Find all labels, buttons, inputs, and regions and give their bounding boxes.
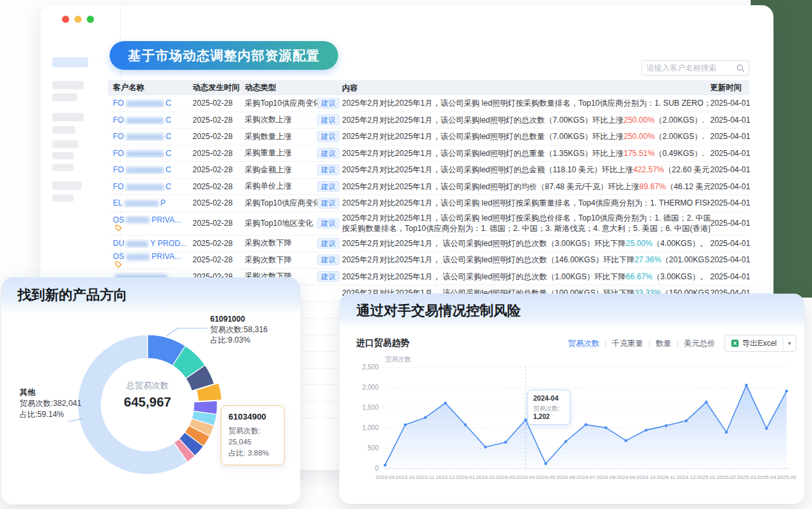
svg-text:2025-03: 2025-03 <box>737 474 757 480</box>
event-date: 2025-02-28 <box>193 99 245 108</box>
callout-line-top <box>166 328 208 336</box>
data-point[interactable] <box>604 426 607 429</box>
data-point[interactable] <box>725 431 728 433</box>
svg-text:2023-09: 2023-09 <box>375 474 395 480</box>
suggestion-badge[interactable]: 建议 <box>317 198 339 209</box>
risk-panel: 通过对手交易情况控制风险 进口贸易趋势 贸易次数|千克重量|数量|美元总价 导出… <box>339 294 804 504</box>
table-row: FOC2025-02-28采购Top10供应商变化建议2025年2月对比2025… <box>108 95 749 112</box>
event-date: 2025-02-28 <box>193 198 245 208</box>
event-date: 2025-02-28 <box>193 165 245 174</box>
customer-name-link[interactable]: FOC <box>108 182 193 191</box>
blurred-name <box>126 184 164 191</box>
customer-name-link[interactable]: FOC <box>108 116 193 125</box>
event-type: 采购Top10地区变化建议 <box>245 218 341 229</box>
suggestion-badge[interactable]: 建议 <box>317 98 339 109</box>
customer-name-link[interactable]: FOC <box>108 99 193 108</box>
data-point[interactable] <box>384 464 386 467</box>
suggestion-badge[interactable]: 建议 <box>317 164 339 176</box>
sidebar-skeleton-bar <box>52 140 78 148</box>
search-box <box>642 60 749 76</box>
donut-center-total: 总贸易次数 645,967 <box>95 380 200 410</box>
donut-tooltip-61034900: 61034900 贸易次数: 25,045 占比: 3.88% <box>221 405 285 465</box>
data-point[interactable] <box>765 427 768 429</box>
update-date: 2025-04-01 <box>710 165 749 174</box>
table-row: FOC2025-02-28采购重量上涨建议2025年2月对比2025年1月，该公… <box>108 146 749 162</box>
customer-name-link[interactable]: FOC <box>108 132 193 141</box>
table-row: FOC2025-02-28采购次数上涨建议2025年2月对比2025年1月，该公… <box>108 112 749 129</box>
table-row: OSPRIVA...2025-02-28采购次数下降建议2025年2月对比202… <box>108 252 749 269</box>
data-point[interactable] <box>444 401 446 404</box>
update-date: 2025-04-01 <box>710 149 749 158</box>
event-type: 采购次数上涨建议 <box>245 114 341 125</box>
data-point[interactable] <box>625 439 627 442</box>
event-date: 2025-02-28 <box>193 182 245 191</box>
data-point[interactable] <box>705 401 708 403</box>
customer-name-link[interactable]: ELP <box>108 198 193 208</box>
blurred-name <box>126 134 164 140</box>
sidebar-skeleton-bar <box>52 81 84 89</box>
svg-text:2024-09: 2024-09 <box>616 474 636 480</box>
data-point[interactable] <box>404 424 407 426</box>
svg-text:0: 0 <box>375 465 379 472</box>
svg-text:500: 500 <box>367 444 379 452</box>
suggestion-badge[interactable]: 建议 <box>317 147 339 159</box>
column-header: 动态发生时间 <box>193 82 245 93</box>
customer-name-link[interactable]: FOC <box>108 165 193 174</box>
event-type: 采购单价上涨建议 <box>245 181 341 192</box>
suggestion-badge[interactable]: 建议 <box>317 254 339 266</box>
data-point[interactable] <box>424 416 426 419</box>
suggestion-badge[interactable]: 建议 <box>317 131 339 142</box>
customer-name-link[interactable]: OSPRIVA... <box>108 252 193 268</box>
update-date: 2025-04-01 <box>710 239 749 248</box>
svg-text:2025-04: 2025-04 <box>757 474 777 480</box>
svg-text:1,500: 1,500 <box>362 404 379 411</box>
suggestion-badge[interactable]: 建议 <box>317 181 339 192</box>
update-date: 2025-04-01 <box>710 219 749 228</box>
event-date: 2025-02-28 <box>193 116 245 125</box>
sidebar-skeleton-bar <box>52 181 82 190</box>
svg-text:2,000: 2,000 <box>362 384 379 391</box>
data-point[interactable] <box>464 424 467 426</box>
data-point[interactable] <box>524 418 527 421</box>
data-point[interactable] <box>745 384 747 386</box>
svg-text:2024-04: 2024-04 <box>516 474 536 480</box>
suggestion-badge[interactable]: 建议 <box>317 271 339 282</box>
data-point[interactable] <box>685 420 687 422</box>
data-point[interactable] <box>584 424 587 426</box>
customer-name-link[interactable]: OSPRIVA... <box>108 215 193 232</box>
suggestion-badge[interactable]: 建议 <box>317 114 339 125</box>
svg-text:2023-10: 2023-10 <box>396 474 415 480</box>
svg-text:2024-02: 2024-02 <box>476 474 495 480</box>
customer-name-link[interactable]: DUY PROD... <box>108 239 193 248</box>
data-point[interactable] <box>785 390 788 392</box>
svg-text:2025-05: 2025-05 <box>777 474 796 480</box>
blurred-name <box>126 167 164 174</box>
event-type: 采购金额上涨建议 <box>245 164 341 176</box>
suggestion-badge[interactable]: 建议 <box>317 218 339 229</box>
column-header: 内容 <box>341 83 710 93</box>
table-row: OSPRIVA...2025-02-28采购Top10地区变化建议2025年2月… <box>108 212 749 236</box>
data-point[interactable] <box>484 446 487 448</box>
data-point[interactable] <box>565 440 567 442</box>
event-type: 采购次数下降建议 <box>245 254 341 266</box>
data-point[interactable] <box>544 462 547 465</box>
column-header: 客户名称 <box>108 82 193 93</box>
event-date: 2025-02-28 <box>193 239 245 248</box>
suggestion-badge[interactable]: 建议 <box>317 238 339 249</box>
data-point[interactable] <box>504 441 507 444</box>
event-content: 2025年2月对比2025年1月，该公司采购 led照明灯按采购数量排名，Top… <box>341 98 710 108</box>
svg-text:1,000: 1,000 <box>362 424 379 431</box>
update-date: 2025-04-01 <box>710 116 749 125</box>
donut-callout-other: 其他 贸易次数:382,041 占比:59.14% <box>20 387 82 420</box>
data-point[interactable] <box>645 429 648 431</box>
search-input[interactable] <box>646 63 736 72</box>
table-row: FOC2025-02-28采购金额上涨建议2025年2月对比2025年1月，该公… <box>108 162 749 179</box>
search-icon[interactable] <box>736 64 745 72</box>
update-date: 2025-04-01 <box>710 272 749 281</box>
table-row: FOC2025-02-28采购单价上涨建议2025年2月对比2025年1月，该公… <box>108 179 749 196</box>
sidebar-skeleton-bar <box>52 57 88 67</box>
customer-name-link[interactable]: FOC <box>108 149 193 158</box>
table-header: 客户名称动态发生时间动态类型内容更新时间 <box>108 80 749 95</box>
sidebar-skeleton-bar <box>52 152 74 159</box>
data-point[interactable] <box>664 424 667 427</box>
